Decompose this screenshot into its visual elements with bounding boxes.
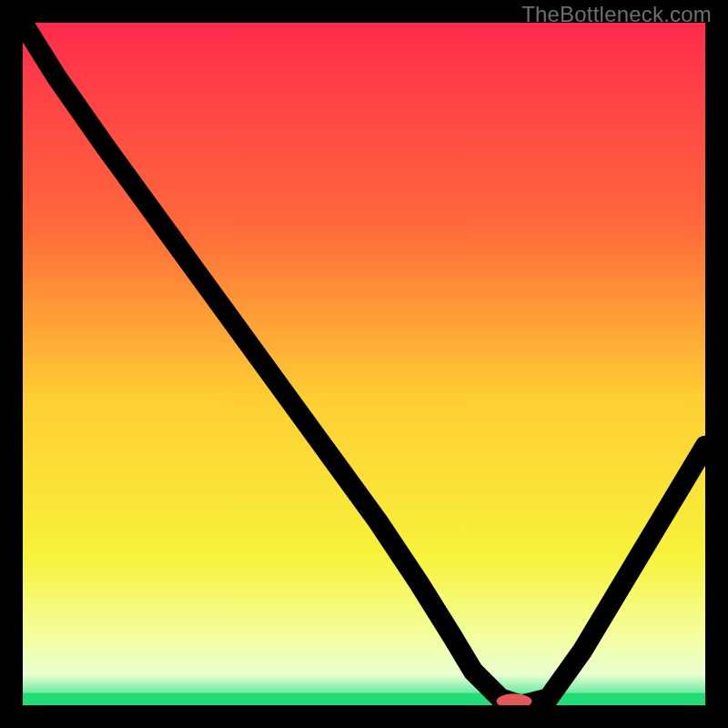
bottom-green-band [23, 693, 705, 706]
plot-area [23, 23, 705, 705]
chart-frame: TheBottleneck.com [0, 0, 728, 728]
watermark-text: TheBottleneck.com [521, 2, 712, 27]
plot-svg [23, 23, 705, 705]
